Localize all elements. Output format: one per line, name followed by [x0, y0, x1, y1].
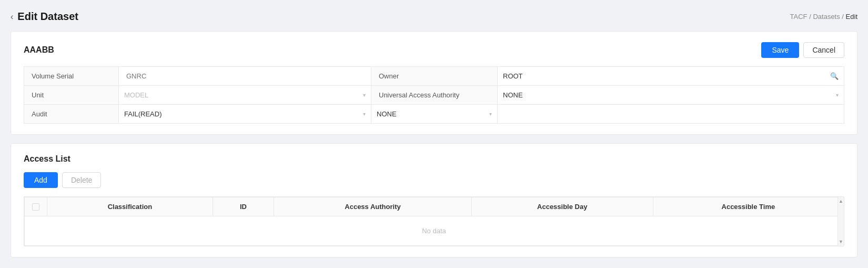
breadcrumb-datasets[interactable]: Datasets — [813, 13, 840, 21]
table-header-accessible-day: Accessible Day — [471, 197, 653, 216]
scroll-bar[interactable]: ▲ ▼ — [837, 197, 844, 246]
owner-input[interactable] — [503, 72, 826, 80]
volume-serial-value[interactable] — [119, 67, 371, 86]
chevron-down-icon: ▾ — [363, 92, 366, 98]
chevron-down-icon-3: ▾ — [363, 111, 366, 117]
access-list-card: Access List Add Delete Classification ID… — [11, 143, 857, 257]
form-row-unit-uaa: Unit MODEL ▾ Universal Access Authority … — [24, 86, 844, 105]
access-list-title: Access List — [24, 154, 844, 164]
audit-select2[interactable]: NONE ▾ — [377, 110, 492, 118]
delete-button[interactable]: Delete — [62, 172, 101, 188]
header-left: ‹ Edit Dataset — [11, 11, 78, 23]
owner-row: 🔍 — [503, 72, 839, 80]
audit-select2-text: NONE — [377, 110, 397, 118]
audit-extra — [498, 105, 844, 124]
unit-select-text: MODEL — [124, 91, 148, 99]
form-row-volume-owner: Volume Serial Owner 🔍 — [24, 67, 844, 86]
access-table-wrap: Classification ID Access Authority Acces… — [24, 196, 844, 246]
add-button[interactable]: Add — [24, 172, 58, 188]
save-button[interactable]: Save — [761, 42, 799, 58]
table-header-id: ID — [213, 197, 274, 216]
breadcrumb-sep2: / — [842, 13, 845, 21]
uaa-value[interactable]: NONE ▾ — [498, 86, 844, 105]
uaa-select-text: NONE — [503, 91, 523, 99]
page-title: Edit Dataset — [17, 11, 78, 23]
access-list-actions: Add Delete — [24, 172, 844, 188]
volume-serial-input[interactable] — [124, 71, 366, 81]
chevron-down-icon-4: ▾ — [489, 111, 492, 117]
table-header-access-authority: Access Authority — [274, 197, 472, 216]
breadcrumb-root[interactable]: TACF — [790, 13, 808, 21]
search-icon[interactable]: 🔍 — [830, 72, 839, 80]
cancel-button[interactable]: Cancel — [803, 42, 844, 58]
unit-label: Unit — [24, 86, 119, 105]
scroll-up-icon[interactable]: ▲ — [838, 197, 844, 205]
back-icon[interactable]: ‹ — [11, 12, 13, 22]
unit-value[interactable]: MODEL ▾ — [119, 86, 371, 105]
unit-select[interactable]: MODEL ▾ — [124, 91, 366, 99]
breadcrumb-current: Edit — [846, 13, 857, 21]
page: ‹ Edit Dataset TACF / Datasets / Edit AA… — [0, 0, 868, 268]
no-data-row: No data — [25, 216, 844, 246]
access-list-table: Classification ID Access Authority Acces… — [24, 197, 844, 246]
dataset-name: AAABB — [24, 45, 54, 55]
audit-value1[interactable]: FAIL(READ) ▾ — [119, 105, 371, 124]
table-header-row: Classification ID Access Authority Acces… — [25, 197, 844, 216]
page-header: ‹ Edit Dataset TACF / Datasets / Edit — [11, 11, 857, 23]
no-data-cell: No data — [25, 216, 844, 246]
audit-select1[interactable]: FAIL(READ) ▾ — [124, 110, 366, 118]
owner-label: Owner — [371, 67, 498, 86]
owner-value[interactable]: 🔍 — [498, 67, 844, 86]
table-header-checkbox — [25, 197, 47, 216]
volume-serial-label: Volume Serial — [24, 67, 119, 86]
scroll-down-icon[interactable]: ▼ — [838, 237, 844, 246]
form-row-audit: Audit FAIL(READ) ▾ NONE ▾ — [24, 105, 844, 124]
audit-label: Audit — [24, 105, 119, 124]
audit-value2[interactable]: NONE ▾ — [371, 105, 498, 124]
uaa-label: Universal Access Authority — [371, 86, 498, 105]
table-header-accessible-time: Accessible Time — [653, 197, 843, 216]
breadcrumb: TACF / Datasets / Edit — [790, 13, 857, 21]
dataset-edit-card: AAABB Save Cancel Volume Serial Owner — [11, 31, 857, 135]
audit-select1-text: FAIL(READ) — [124, 110, 162, 118]
card-header: AAABB Save Cancel — [24, 42, 844, 58]
select-all-checkbox[interactable] — [32, 203, 39, 211]
dataset-form-table: Volume Serial Owner 🔍 Unit — [24, 66, 844, 124]
table-header-classification: Classification — [47, 197, 213, 216]
uaa-select[interactable]: NONE ▾ — [503, 91, 839, 99]
card-actions: Save Cancel — [761, 42, 844, 58]
chevron-down-icon-2: ▾ — [836, 92, 839, 98]
